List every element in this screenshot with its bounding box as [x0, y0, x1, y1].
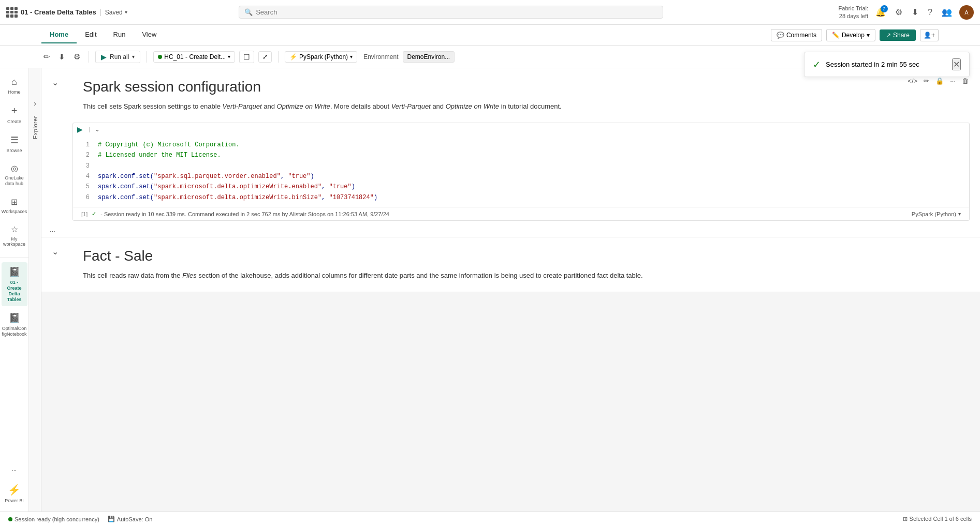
run-all-chevron: ▾	[132, 54, 135, 59]
trash-icon: 🗑	[962, 77, 969, 85]
top-bar: 01 - Create Delta Tables Saved ▾ 🔍 Fabri…	[0, 0, 980, 25]
sidebar-item-workspaces[interactable]: ⊞ Workspaces	[2, 193, 27, 218]
cell-edit-button[interactable]: ✏	[923, 76, 930, 86]
share-people-button[interactable]: 👥	[940, 5, 954, 19]
home-icon: ⌂	[11, 77, 17, 87]
hc-dropdown[interactable]: HC_01 - Create Delt... ▾	[153, 51, 235, 63]
toolbar-separator-3	[278, 51, 279, 63]
cell-1-collapse-button[interactable]: ⌄	[52, 78, 58, 87]
code-line-4: 4 spark.conf.set("spark.sql.parquet.vord…	[81, 171, 961, 182]
cell-2-markdown: ⌄ Fact - Sale This cell reads raw data f…	[41, 237, 980, 292]
cell-expand-output-button[interactable]: ⌄	[95, 126, 100, 133]
main-layout: ⌂ Home + Create ☰ Browse ◎ OneLakedata h…	[0, 68, 980, 512]
browse-icon: ☰	[10, 134, 19, 146]
download-nb-button[interactable]: ⬇	[56, 50, 67, 64]
develop-button[interactable]: ✏️ Develop ▾	[826, 29, 875, 41]
notebook2-icon: 📓	[9, 312, 20, 324]
hc-chevron: ▾	[228, 54, 230, 59]
code-line-6: 6 spark.conf.set("spark.microsoft.delta.…	[81, 192, 961, 203]
sidebar-item-onelake[interactable]: ◎ OneLakedata hub	[2, 159, 27, 191]
doc-title: 01 - Create Delta Tables	[21, 8, 96, 16]
fabric-trial: Fabric Trial: 28 days left	[839, 5, 868, 20]
cell-format-button[interactable]: ☐	[239, 51, 254, 63]
tab-home[interactable]: Home	[41, 26, 77, 43]
tab-run[interactable]: Run	[105, 26, 134, 43]
spark-icon: ⚡	[289, 53, 297, 61]
sidebar-item-optimal-notebook[interactable]: 📓 OptimalConfigNotebook	[2, 308, 27, 341]
cell-lock-button[interactable]: 🔒	[934, 76, 945, 86]
session-status-dot	[8, 517, 12, 521]
workspaces-icon: ⊞	[11, 197, 18, 207]
output-kernel-label[interactable]: PySpark (Python) ▾	[912, 211, 961, 217]
create-icon: +	[11, 105, 18, 117]
output-check-icon: ✓	[92, 211, 96, 217]
cell-more-button[interactable]: ···	[949, 76, 957, 86]
settings-nb-button[interactable]: ⚙	[71, 50, 82, 64]
search-icon: 🔍	[244, 8, 253, 16]
hc-status-dot	[158, 55, 162, 59]
cell-2-collapse-button[interactable]: ⌄	[52, 247, 58, 257]
toolbar-separator-2	[147, 51, 147, 63]
pyspark-dropdown[interactable]: ⚡ PySpark (Python) ▾	[285, 51, 357, 63]
explorer-label[interactable]: Explorer	[32, 116, 38, 139]
cell-code-button[interactable]: </>	[906, 76, 918, 86]
explorer-panel: › Explorer	[29, 68, 41, 512]
cell-more-dots[interactable]: ···	[41, 225, 980, 237]
session-toast-close-button[interactable]: ✕	[952, 68, 961, 70]
menu-bar-right: 💬 Comments ✏️ Develop ▾ ↗ Share 👤+	[771, 29, 939, 41]
chevron-down-icon: ▾	[867, 32, 870, 39]
top-bar-left: 01 - Create Delta Tables Saved ▾	[6, 7, 151, 18]
cell-2-title: Fact - Sale	[83, 248, 949, 264]
edit-cell-button[interactable]: ✏	[41, 50, 52, 64]
sidebar-item-myworkspace[interactable]: ☆ Myworkspace	[2, 220, 27, 252]
sidebar-item-home[interactable]: ⌂ Home	[2, 72, 27, 99]
cell-expand-button[interactable]: ⤢	[258, 51, 272, 63]
download-button[interactable]: ⬇	[910, 5, 920, 19]
tab-view[interactable]: View	[134, 26, 165, 43]
app-grid-icon[interactable]	[6, 7, 17, 18]
share-extra-button[interactable]: 👤+	[920, 29, 939, 41]
tab-edit[interactable]: Edit	[77, 26, 105, 43]
session-status: Session ready (high concurrency)	[8, 516, 99, 522]
develop-icon: ✏️	[832, 32, 840, 39]
kernel-chevron-icon: ▾	[958, 211, 961, 217]
notebook-icon: 📓	[9, 266, 20, 278]
avatar[interactable]: A	[959, 5, 974, 20]
cell-2-description: This cell reads raw data from the Files …	[83, 270, 949, 281]
code-line-1: 1 # Copyright (c) Microsoft Corporation.	[81, 140, 961, 150]
share-button[interactable]: ↗ Share	[880, 29, 916, 41]
sidebar-item-powerbi[interactable]: ⚡ Power BI	[2, 479, 27, 507]
sidebar-item-current-notebook[interactable]: 📓 01 - CreateDelta Tables	[2, 262, 27, 306]
cell-1-title: Spark session configuration	[83, 79, 949, 95]
cell-1-container: ⌄ Spark session configuration This cell …	[41, 68, 980, 237]
sidebar-item-create[interactable]: + Create	[2, 101, 27, 128]
environment-dropdown[interactable]: DemoEnviron...	[403, 51, 455, 63]
selected-cell-status: ⊞ Selected Cell 1 of 6 cells	[903, 516, 972, 522]
chevron-down-icon[interactable]: ▾	[125, 9, 127, 15]
settings-button[interactable]: ⚙	[893, 5, 904, 19]
comments-icon: 💬	[777, 32, 784, 39]
cell-delete-button[interactable]: 🗑	[961, 76, 970, 86]
code-line-2: 2 # Licensed under the MIT License.	[81, 150, 961, 160]
lock-icon: 🔒	[935, 77, 944, 85]
doc-saved-status[interactable]: Saved ▾	[100, 9, 127, 16]
sidebar-item-more[interactable]: ···	[2, 463, 27, 477]
powerbi-icon: ⚡	[8, 484, 21, 496]
cell-1-output: [1] ✓ - Session ready in 10 sec 339 ms. …	[73, 207, 969, 220]
cell-1-description: This cell sets Spark session settings to…	[83, 101, 949, 112]
status-bar: Session ready (high concurrency) 💾 AutoS…	[0, 512, 980, 526]
cell-selection-icon: ⊞	[903, 516, 908, 522]
code-cell-1-header: ▶ | ⌄	[73, 123, 969, 136]
help-button[interactable]: ?	[926, 6, 934, 19]
myworkspace-icon: ☆	[11, 224, 18, 234]
comments-button[interactable]: 💬 Comments	[771, 29, 822, 41]
notifications-button[interactable]: 🔔 2	[873, 5, 888, 19]
cell-run-button[interactable]: ▶	[77, 125, 83, 133]
search-input[interactable]	[256, 8, 657, 16]
code-content[interactable]: 1 # Copyright (c) Microsoft Corporation.…	[73, 136, 969, 207]
run-all-button[interactable]: ▶ Run all ▾	[95, 51, 140, 63]
search-bar[interactable]: 🔍	[239, 6, 663, 19]
sidebar-divider	[0, 258, 28, 260]
collapse-sidebar-button[interactable]: ›	[34, 99, 36, 108]
sidebar-item-browse[interactable]: ☰ Browse	[2, 130, 27, 157]
